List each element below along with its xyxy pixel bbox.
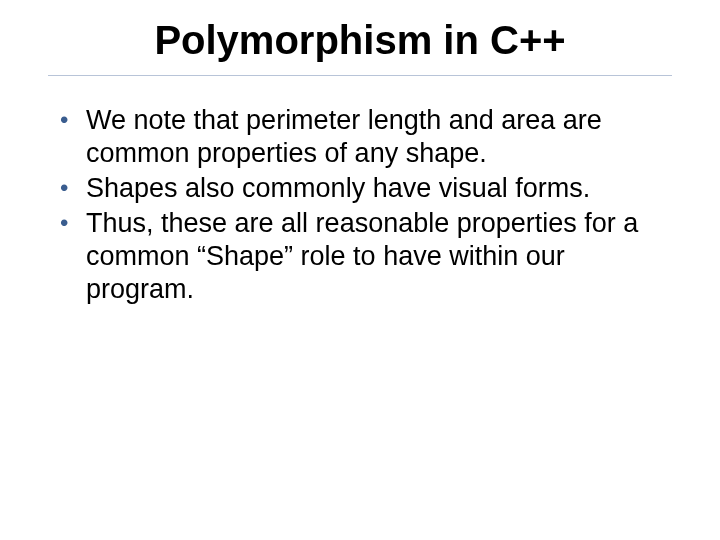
list-item: Shapes also commonly have visual forms. (56, 172, 672, 205)
list-item: We note that perimeter length and area a… (56, 104, 672, 170)
slide: Polymorphism in C++ We note that perimet… (0, 0, 720, 540)
slide-title: Polymorphism in C++ (48, 18, 672, 76)
bullet-list: We note that perimeter length and area a… (48, 104, 672, 306)
list-item: Thus, these are all reasonable propertie… (56, 207, 672, 306)
